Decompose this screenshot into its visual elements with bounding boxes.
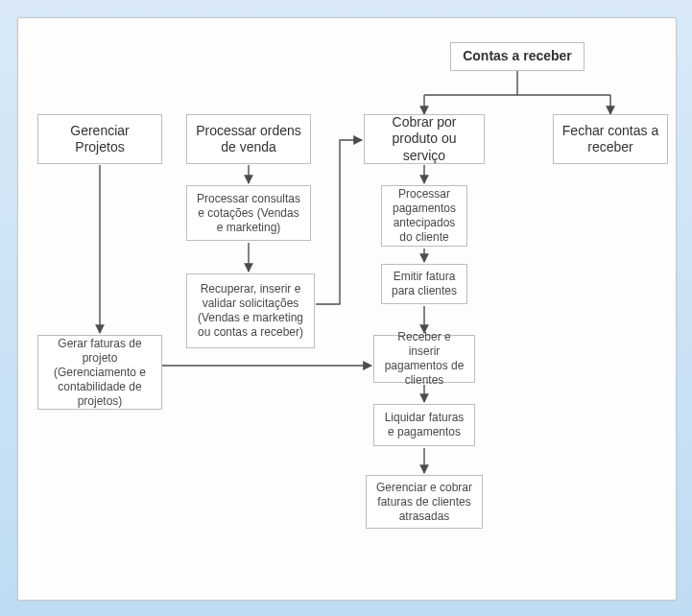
node-processar-pagamentos-antecipados: Processar pagamentos antecipados do clie… — [381, 185, 467, 247]
node-gerenciar-cobrar-atrasadas: Gerenciar e cobrar faturas de clientes a… — [366, 475, 483, 529]
node-contas-a-receber: Contas a receber — [450, 42, 585, 71]
node-processar-ordens-venda: Processar ordens de venda — [186, 114, 311, 164]
node-fechar-contas-receber: Fechar contas a receber — [553, 114, 668, 164]
node-gerenciar-projetos: Gerenciar Projetos — [37, 114, 162, 164]
node-gerar-faturas-projeto: Gerar faturas de projeto (Gerenciamento … — [37, 335, 162, 410]
connectors-layer — [18, 18, 676, 600]
node-receber-inserir-pagamentos: Receber e inserir pagamentos de clientes — [373, 335, 475, 383]
node-emitir-fatura-clientes: Emitir fatura para clientes — [381, 264, 467, 304]
diagram-panel: Contas a receber Gerenciar Projetos Gera… — [17, 17, 677, 601]
node-recuperar-validar-solicitacoes: Recuperar, inserir e validar solicitaçõe… — [186, 273, 315, 348]
node-liquidar-faturas-pagamentos: Liquidar faturas e pagamentos — [373, 404, 475, 446]
node-cobrar-produto-servico: Cobrar por produto ou serviço — [364, 114, 485, 164]
node-processar-consultas-cotacoes: Processar consultas e cotações (Vendas e… — [186, 185, 311, 241]
